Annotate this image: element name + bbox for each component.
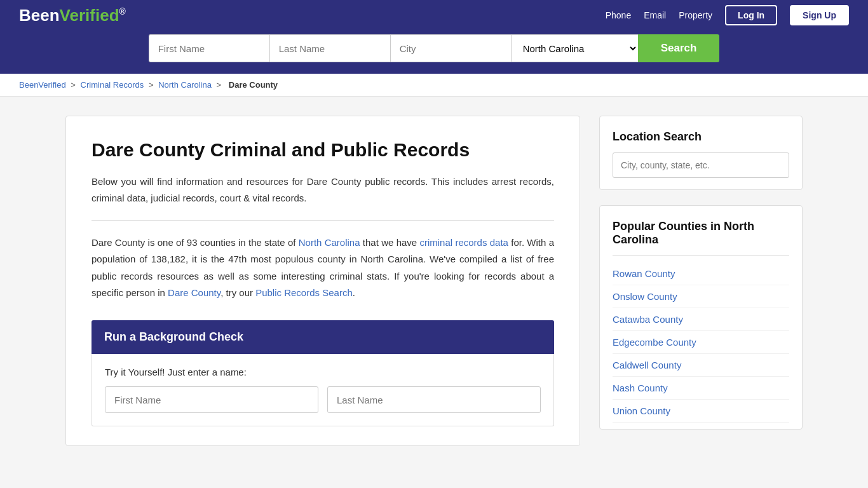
breadcrumb: BeenVerified > Criminal Records > North … (0, 74, 868, 97)
body-text-middle: that we have (360, 237, 420, 248)
left-panel: Dare County Criminal and Public Records … (65, 116, 580, 446)
list-item: Edgecombe County (613, 331, 789, 354)
public-records-link[interactable]: Public Records Search (255, 287, 353, 298)
intro-text: Below you will find information and reso… (92, 173, 554, 206)
first-name-input[interactable] (149, 34, 269, 62)
list-item: Onslow County (613, 285, 789, 308)
nav-email[interactable]: Email (644, 10, 666, 20)
popular-counties-list: Rowan County Onslow County Catawba Count… (613, 262, 789, 423)
breadcrumb-north-carolina[interactable]: North Carolina (158, 80, 212, 90)
location-search-input[interactable] (613, 152, 789, 178)
dare-county-link[interactable]: Dare County (168, 287, 220, 298)
criminal-records-link[interactable]: criminal records data (419, 237, 508, 248)
list-item: Union County (613, 400, 789, 423)
header: BeenVerified® Phone Email Property Log I… (0, 0, 868, 74)
county-link-union[interactable]: Union County (613, 405, 670, 416)
bg-check-body: Try it Yourself! Just enter a name: (92, 354, 554, 426)
list-item: Nash County (613, 377, 789, 400)
bg-last-name-input[interactable] (327, 386, 541, 413)
body-text-prefix: Dare County is one of 93 counties in the… (92, 237, 299, 248)
county-link-rowan[interactable]: Rowan County (613, 268, 675, 279)
right-panel: Location Search Popular Counties in Nort… (599, 116, 803, 430)
bg-first-name-input[interactable] (105, 386, 318, 413)
popular-counties-box: Popular Counties in North Carolina Rowan… (599, 205, 803, 430)
breadcrumb-sep-1: > (71, 80, 78, 90)
popular-counties-divider (613, 255, 789, 256)
list-item: Caldwell County (613, 354, 789, 377)
location-search-box: Location Search (599, 116, 803, 190)
list-item: Rowan County (613, 262, 789, 285)
county-link-catawba[interactable]: Catawba County (613, 314, 683, 325)
state-select[interactable]: North Carolina AlabamaAlaskaArizonaArkan… (511, 34, 638, 62)
nav-property[interactable]: Property (679, 10, 712, 20)
body-text: Dare County is one of 93 counties in the… (92, 234, 554, 301)
signup-button[interactable]: Sign Up (790, 5, 849, 25)
page-title: Dare County Criminal and Public Records (92, 139, 554, 161)
nav-phone[interactable]: Phone (606, 10, 631, 20)
search-button[interactable]: Search (638, 34, 720, 62)
divider (92, 220, 554, 220)
county-link-nash[interactable]: Nash County (613, 383, 668, 393)
header-top: BeenVerified® Phone Email Property Log I… (19, 0, 849, 25)
last-name-input[interactable] (269, 34, 390, 62)
breadcrumb-home[interactable]: BeenVerified (19, 80, 66, 90)
body-text-3: , try our (220, 287, 255, 298)
location-search-title: Location Search (613, 130, 789, 144)
county-link-edgecombe[interactable]: Edgecombe County (613, 337, 696, 348)
breadcrumb-sep-3: > (217, 80, 224, 90)
city-input[interactable] (390, 34, 511, 62)
north-carolina-link[interactable]: North Carolina (299, 237, 360, 248)
list-item: Catawba County (613, 308, 789, 331)
login-button[interactable]: Log In (725, 5, 777, 25)
logo-verified: Verified (60, 6, 119, 25)
logo-dot: ® (119, 6, 126, 17)
bg-check-prompt: Try it Yourself! Just enter a name: (105, 367, 541, 377)
breadcrumb-current: Dare County (229, 80, 278, 90)
body-text-4: . (353, 287, 355, 298)
logo[interactable]: BeenVerified® (19, 6, 126, 25)
county-link-onslow[interactable]: Onslow County (613, 291, 677, 302)
nav-links: Phone Email Property Log In Sign Up (606, 5, 849, 25)
popular-counties-title: Popular Counties in North Carolina (613, 220, 789, 247)
breadcrumb-sep-2: > (149, 80, 156, 90)
breadcrumb-criminal-records[interactable]: Criminal Records (81, 80, 144, 90)
main-content: Dare County Criminal and Public Records … (53, 116, 815, 446)
county-link-caldwell[interactable]: Caldwell County (613, 360, 681, 370)
logo-been: Been (19, 6, 60, 25)
search-bar: North Carolina AlabamaAlaskaArizonaArkan… (19, 25, 849, 74)
bg-check-inputs (105, 386, 541, 413)
bg-check-banner: Run a Background Check (92, 320, 554, 354)
